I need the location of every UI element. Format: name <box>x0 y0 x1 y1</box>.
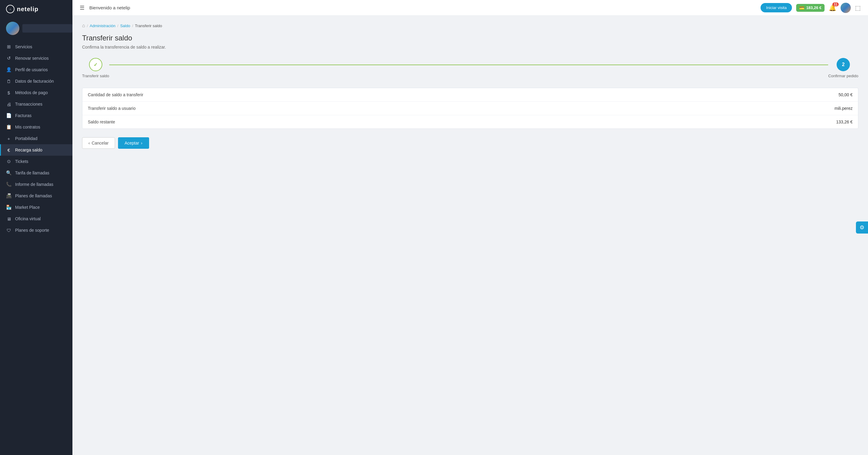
nav-icon-facturas: 📄 <box>6 113 11 118</box>
accept-button[interactable]: Aceptar › <box>118 137 149 149</box>
breadcrumb: ⌂ / Administración / Saldo / Transferir … <box>82 23 858 28</box>
sidebar-item-datos-facturacion[interactable]: 🗒Datos de facturación <box>0 75 72 87</box>
notif-count: 11 <box>832 2 839 6</box>
sidebar-logo: ○ netelip <box>0 0 72 18</box>
row-value: 50,00 € <box>622 88 858 102</box>
nav-label-tickets: Tickets <box>15 159 28 164</box>
nav-label-planes-llamadas: Planes de llamadas <box>15 193 52 198</box>
nav-icon-servicios: ⊞ <box>6 44 11 50</box>
nav-icon-mis-contratos: 📋 <box>6 124 11 130</box>
topbar-actions: Iniciar visita 💳 183,26 € 🔔 11 ⬚ <box>761 3 861 13</box>
iniciar-visita-button[interactable]: Iniciar visita <box>761 3 792 12</box>
step-1: ✓ Transferir saldo <box>82 58 109 78</box>
nav-label-market-place: Market Place <box>15 205 40 210</box>
row-value: 133,26 € <box>622 115 858 129</box>
cancel-label: Cancelar <box>92 140 108 145</box>
nav-icon-tarifa-llamadas: 🔍 <box>6 170 11 175</box>
nav-label-facturas: Facturas <box>15 113 31 118</box>
sidebar-item-planes-llamadas[interactable]: 📠Planes de llamadas <box>0 190 72 201</box>
sidebar-item-tarifa-llamadas[interactable]: 🔍Tarifa de llamadas <box>0 167 72 178</box>
sidebar-item-transacciones[interactable]: 🖨Transacciones <box>0 98 72 110</box>
nav-label-mis-contratos: Mis contratos <box>15 125 40 129</box>
sidebar-item-mis-contratos[interactable]: 📋Mis contratos <box>0 121 72 133</box>
avatar[interactable] <box>6 22 19 35</box>
step-2-label: Confirmar pedido <box>828 74 858 78</box>
notifications-button[interactable]: 🔔 11 <box>829 4 836 11</box>
sidebar: ○ netelip ⊞Servicios↺Renovar servicios👤P… <box>0 0 72 455</box>
accept-label: Aceptar <box>125 140 139 145</box>
nav-icon-perfil-usuarios: 👤 <box>6 67 11 72</box>
nav-icon-recarga-saldo: € <box>6 147 11 153</box>
steps-container: ✓ Transferir saldo 2 Confirmar pedido <box>82 58 858 78</box>
step-2-circle: 2 <box>837 58 850 71</box>
row-label: Cantidad de saldo a transferir <box>83 88 622 102</box>
row-value: mili.perez <box>622 102 858 115</box>
table-row: Transferir saldo a usuariomili.perez <box>83 102 858 115</box>
sidebar-item-planes-soporte[interactable]: 🛡Planes de soporte <box>0 225 72 236</box>
topbar-user-avatar[interactable] <box>840 3 851 13</box>
nav-label-informe-llamadas: Informe de llamadas <box>15 182 54 187</box>
table-row: Cantidad de saldo a transferir50,00 € <box>83 88 858 102</box>
sidebar-item-recarga-saldo[interactable]: €Recarga saldo <box>0 144 72 156</box>
nav-label-portabilidad: Portabilidad <box>15 136 37 141</box>
sidebar-item-market-place[interactable]: 🏪Market Place <box>0 201 72 213</box>
nav-label-planes-soporte: Planes de soporte <box>15 228 49 233</box>
sidebar-item-metodos-pago[interactable]: $Métodos de pago <box>0 87 72 98</box>
signout-icon[interactable]: ⬚ <box>855 4 861 11</box>
main-area: ☰ Bienvenido a netelip Iniciar visita 💳 … <box>72 0 868 455</box>
sidebar-item-facturas[interactable]: 📄Facturas <box>0 110 72 121</box>
home-icon[interactable]: ⌂ <box>82 23 85 28</box>
nav-label-oficina-virtual: Oficina virtual <box>15 216 41 221</box>
nav-icon-renovar-servicios: ↺ <box>6 56 11 61</box>
settings-float-button[interactable]: ⚙ <box>856 222 868 233</box>
summary-card: Cantidad de saldo a transferir50,00 €Tra… <box>82 88 858 129</box>
nav-icon-planes-soporte: 🛡 <box>6 228 11 233</box>
nav-label-recarga-saldo: Recarga saldo <box>15 148 42 152</box>
nav-icon-planes-llamadas: 📠 <box>6 193 11 198</box>
page-subtitle: Confirma la transferencia de saldo a rea… <box>82 45 858 50</box>
sidebar-profile <box>0 18 72 39</box>
nav-icon-transacciones: 🖨 <box>6 101 11 107</box>
nav-label-servicios: Servicios <box>15 44 32 49</box>
step-1-label: Transferir saldo <box>82 74 109 78</box>
nav-label-renovar-servicios: Renovar servicios <box>15 56 49 61</box>
nav-label-perfil-usuarios: Perfil de usuarios <box>15 67 48 72</box>
breadcrumb-admin[interactable]: Administración <box>90 24 115 28</box>
nav-label-tarifa-llamadas: Tarifa de llamadas <box>15 170 50 175</box>
action-buttons: ‹ Cancelar Aceptar › <box>82 135 858 151</box>
sidebar-search-input[interactable] <box>22 24 72 33</box>
nav-icon-oficina-virtual: 🖥 <box>6 216 11 222</box>
sidebar-item-tickets[interactable]: ⊙Tickets <box>0 156 72 167</box>
topbar: ☰ Bienvenido a netelip Iniciar visita 💳 … <box>72 0 868 16</box>
nav-icon-market-place: 🏪 <box>6 204 11 210</box>
sidebar-item-oficina-virtual[interactable]: 🖥Oficina virtual <box>0 213 72 225</box>
sidebar-item-informe-llamadas[interactable]: 📞Informe de llamadas <box>0 178 72 190</box>
nav-label-metodos-pago: Métodos de pago <box>15 90 48 95</box>
balance-badge: 💳 183,26 € <box>796 4 825 12</box>
logo-text: netelip <box>17 6 38 13</box>
breadcrumb-current: Transferir saldo <box>135 24 162 28</box>
row-label: Transferir saldo a usuario <box>83 102 622 115</box>
chevron-left-icon: ‹ <box>88 140 90 145</box>
row-label: Saldo restante <box>83 115 622 129</box>
step-line <box>109 65 828 65</box>
chevron-right-icon: › <box>141 140 143 145</box>
step-1-circle: ✓ <box>89 58 102 71</box>
nav-label-datos-facturacion: Datos de facturación <box>15 79 54 84</box>
summary-table: Cantidad de saldo a transferir50,00 €Tra… <box>83 88 858 129</box>
table-row: Saldo restante133,26 € <box>83 115 858 129</box>
sidebar-item-portabilidad[interactable]: +Portabilidad <box>0 133 72 144</box>
breadcrumb-saldo[interactable]: Saldo <box>120 24 130 28</box>
page-title: Transferir saldo <box>82 34 858 42</box>
cancel-button[interactable]: ‹ Cancelar <box>82 137 115 149</box>
settings-icon: ⚙ <box>860 224 864 231</box>
sidebar-item-perfil-usuarios[interactable]: 👤Perfil de usuarios <box>0 64 72 75</box>
nav-icon-metodos-pago: $ <box>6 90 11 95</box>
sidebar-nav: ⊞Servicios↺Renovar servicios👤Perfil de u… <box>0 39 72 455</box>
topbar-title: Bienvenido a netelip <box>89 5 756 10</box>
hamburger-icon[interactable]: ☰ <box>80 4 85 11</box>
nav-icon-datos-facturacion: 🗒 <box>6 78 11 84</box>
card-icon: 💳 <box>799 5 804 10</box>
sidebar-item-servicios[interactable]: ⊞Servicios <box>0 41 72 53</box>
sidebar-item-renovar-servicios[interactable]: ↺Renovar servicios <box>0 53 72 64</box>
